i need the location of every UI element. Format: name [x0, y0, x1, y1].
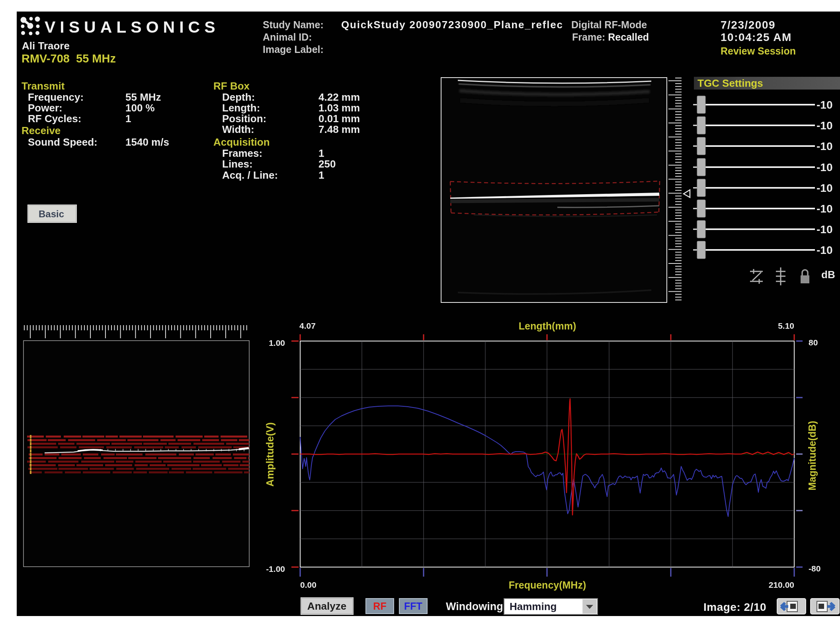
- svg-text:4.07: 4.07: [299, 321, 316, 330]
- svg-text:1: 1: [318, 147, 324, 159]
- svg-text:7.48 mm: 7.48 mm: [318, 123, 360, 135]
- svg-text:-10: -10: [817, 223, 832, 236]
- svg-text:1.00: 1.00: [269, 338, 285, 347]
- svg-text:Ali Traore: Ali Traore: [22, 40, 70, 52]
- svg-text:-10: -10: [817, 119, 832, 132]
- svg-text:Analyze: Analyze: [307, 600, 346, 612]
- svg-text:Acq. / Line:: Acq. / Line:: [222, 169, 278, 181]
- svg-text:TGC Settings: TGC Settings: [697, 77, 763, 89]
- svg-text:Digital RF-Mode: Digital RF-Mode: [571, 19, 647, 30]
- svg-text:210.00: 210.00: [769, 580, 794, 589]
- svg-text:1: 1: [318, 169, 324, 181]
- svg-text:80: 80: [809, 338, 818, 347]
- svg-text:250: 250: [318, 158, 336, 170]
- svg-text:Magnitude(dB): Magnitude(dB): [807, 421, 818, 491]
- svg-text:Image Label:: Image Label:: [263, 44, 324, 55]
- svg-text:-1.00: -1.00: [266, 564, 285, 573]
- svg-text:-80: -80: [809, 564, 820, 573]
- svg-text:1.03 mm: 1.03 mm: [318, 102, 360, 114]
- svg-text:55 MHz: 55 MHz: [125, 91, 161, 103]
- svg-text:Width:: Width:: [222, 123, 254, 135]
- svg-text:Receive: Receive: [21, 125, 61, 136]
- svg-text:-10: -10: [817, 182, 832, 194]
- svg-text:QuickStudy 200907230900_Plane_: QuickStudy 200907230900_Plane_reflec: [341, 19, 563, 31]
- svg-text:1: 1: [125, 113, 131, 125]
- svg-text:Frame: Recalled: Frame: Recalled: [572, 31, 649, 43]
- svg-text:Windowing: Windowing: [446, 601, 503, 612]
- svg-text:Frequency:: Frequency:: [28, 91, 84, 103]
- svg-text:Frequency(MHz): Frequency(MHz): [509, 579, 586, 591]
- svg-text:0.00: 0.00: [300, 580, 316, 589]
- svg-text:RF Cycles:: RF Cycles:: [28, 113, 81, 125]
- svg-text:Animal ID:: Animal ID:: [263, 31, 312, 43]
- svg-text:RF: RF: [373, 601, 386, 612]
- svg-text:10:04:25 AM: 10:04:25 AM: [721, 31, 792, 43]
- svg-text:Amplitude(V): Amplitude(V): [264, 422, 276, 487]
- svg-text:7/23/2009: 7/23/2009: [721, 19, 776, 31]
- svg-text:-10: -10: [817, 140, 832, 152]
- svg-text:Acquisition: Acquisition: [213, 136, 270, 148]
- svg-text:VISUALSONICS: VISUALSONICS: [45, 18, 220, 36]
- svg-text:Frames:: Frames:: [222, 147, 262, 159]
- svg-text:RF Box: RF Box: [213, 80, 250, 92]
- svg-text:Position:: Position:: [222, 113, 266, 125]
- svg-text:RMV-708 55 MHz: RMV-708 55 MHz: [21, 52, 116, 65]
- svg-text:-10: -10: [817, 203, 832, 215]
- svg-text:Hamming: Hamming: [510, 601, 557, 612]
- svg-text:Length:: Length:: [222, 102, 260, 114]
- svg-text:Basic: Basic: [39, 209, 64, 219]
- svg-text:Review Session: Review Session: [721, 45, 796, 57]
- svg-text:Length(mm): Length(mm): [519, 320, 576, 331]
- svg-text:-10: -10: [817, 244, 832, 256]
- svg-text:5.10: 5.10: [778, 321, 794, 330]
- svg-text:1540 m/s: 1540 m/s: [125, 136, 169, 148]
- svg-text:Depth:: Depth:: [222, 91, 255, 103]
- svg-text:-10: -10: [817, 99, 832, 111]
- svg-text:dB: dB: [821, 269, 835, 281]
- svg-text:Power:: Power:: [28, 102, 63, 114]
- svg-text:Lines:: Lines:: [222, 158, 253, 170]
- svg-text:Sound Speed:: Sound Speed:: [28, 136, 98, 148]
- svg-text:0.01 mm: 0.01 mm: [318, 113, 360, 125]
- svg-text:4.22 mm: 4.22 mm: [318, 91, 360, 103]
- svg-text:Study Name:: Study Name:: [263, 19, 324, 30]
- svg-text:FFT: FFT: [404, 601, 422, 612]
- svg-text:Image: 2/10: Image: 2/10: [703, 601, 766, 613]
- svg-text:Transmit: Transmit: [21, 80, 65, 92]
- svg-text:-10: -10: [817, 161, 832, 174]
- svg-text:100 %: 100 %: [125, 102, 155, 114]
